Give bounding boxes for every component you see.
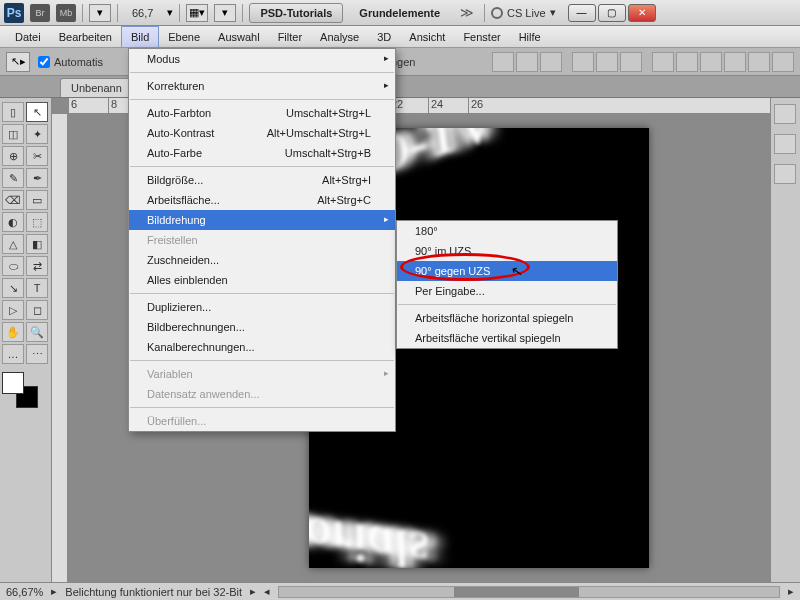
tool-16[interactable]: ↘	[2, 278, 24, 298]
workspace-more-icon[interactable]: ≫	[456, 5, 478, 20]
tool-9[interactable]: ▭	[26, 190, 48, 210]
extras-dropdown[interactable]: ▾	[214, 4, 236, 22]
menu-item-arbeitsfl-che-vertikal-spiegeln[interactable]: Arbeitsfläche vertikal spiegeln	[397, 328, 617, 348]
workspace-psd-tutorials[interactable]: PSD-Tutorials	[249, 3, 343, 23]
menu-item-label: Per Eingabe...	[415, 285, 485, 297]
tool-15[interactable]: ⇄	[26, 256, 48, 276]
tool-10[interactable]: ◐	[2, 212, 24, 232]
menu-filter[interactable]: Filter	[269, 26, 311, 47]
menu-item-label: Alles einblenden	[147, 274, 228, 286]
menu-item-modus[interactable]: Modus	[129, 49, 395, 69]
menu-3d[interactable]: 3D	[368, 26, 400, 47]
menu-item-label: 90° im UZS	[415, 245, 471, 257]
tool-1[interactable]: ↖	[26, 102, 48, 122]
tool-14[interactable]: ⬭	[2, 256, 24, 276]
align-center-v-icon[interactable]	[596, 52, 618, 72]
menu-item-zuschneiden-[interactable]: Zuschneiden...	[129, 250, 395, 270]
minimize-button[interactable]: —	[568, 4, 596, 22]
menu-item-korrekturen[interactable]: Korrekturen	[129, 76, 395, 96]
menu-item-90-gegen-uzs[interactable]: 90° gegen UZS	[397, 261, 617, 281]
workspace-grundelemente[interactable]: Grundelemente	[349, 4, 450, 22]
menu-item-auto-farbe[interactable]: Auto-FarbeUmschalt+Strg+B	[129, 143, 395, 163]
menu-bearbeiten[interactable]: Bearbeiten	[50, 26, 121, 47]
menu-ebene[interactable]: Ebene	[159, 26, 209, 47]
bridge-icon[interactable]: Br	[30, 4, 50, 22]
paths-panel-icon[interactable]	[774, 164, 796, 184]
current-tool-icon[interactable]: ↖▸	[6, 52, 30, 72]
tool-6[interactable]: ✎	[2, 168, 24, 188]
status-message: Belichtung funktioniert nur bei 32-Bit	[65, 586, 242, 598]
cs-live-button[interactable]: CS Live▾	[491, 6, 556, 19]
menu-item-duplizieren-[interactable]: Duplizieren...	[129, 297, 395, 317]
close-button[interactable]: ✕	[628, 4, 656, 22]
tool-23[interactable]: ⋯	[26, 344, 48, 364]
tool-8[interactable]: ⌫	[2, 190, 24, 210]
tool-12[interactable]: △	[2, 234, 24, 254]
tool-11[interactable]: ⬚	[26, 212, 48, 232]
menu-item-kanalberechnungen-[interactable]: Kanalberechnungen...	[129, 337, 395, 357]
horizontal-scrollbar[interactable]	[278, 586, 780, 598]
menu-item-auto-farbton[interactable]: Auto-FarbtonUmschalt+Strg+L	[129, 103, 395, 123]
document-tab[interactable]: Unbenann	[60, 78, 133, 97]
menu-item-90-im-uzs[interactable]: 90° im UZS	[397, 241, 617, 261]
channels-panel-icon[interactable]	[774, 134, 796, 154]
menu-item-bildberechnungen-[interactable]: Bildberechnungen...	[129, 317, 395, 337]
auto-checkbox[interactable]: Automatis	[38, 56, 103, 68]
tool-22[interactable]: …	[2, 344, 24, 364]
menu-item-label: Überfüllen...	[147, 415, 206, 427]
color-swatches[interactable]	[2, 372, 38, 408]
menu-item-arbeitsfl-che-horizontal-spiegeln[interactable]: Arbeitsfläche horizontal spiegeln	[397, 308, 617, 328]
align-bottom-icon[interactable]	[620, 52, 642, 72]
menu-analyse[interactable]: Analyse	[311, 26, 368, 47]
distribute-v-icon[interactable]	[676, 52, 698, 72]
maximize-button[interactable]: ▢	[598, 4, 626, 22]
tool-0[interactable]: ▯	[2, 102, 24, 122]
distribute-5-icon[interactable]	[748, 52, 770, 72]
status-zoom[interactable]: 66,67%	[6, 586, 43, 598]
minibridge-icon[interactable]: Mb	[56, 4, 76, 22]
menu-item-bilddrehung[interactable]: Bilddrehung	[129, 210, 395, 230]
menu-item-arbeitsfl-che-[interactable]: Arbeitsfläche...Alt+Strg+C	[129, 190, 395, 210]
menu-item-label: Auto-Farbe	[147, 147, 202, 159]
arrange-dropdown[interactable]: ▦▾	[186, 4, 208, 22]
canvas-text-bottom: torials	[309, 501, 434, 568]
menu-item-bildgr-e-[interactable]: Bildgröße...Alt+Strg+I	[129, 170, 395, 190]
distribute-4-icon[interactable]	[724, 52, 746, 72]
tool-4[interactable]: ⊕	[2, 146, 24, 166]
menu-bild[interactable]: Bild	[121, 26, 159, 47]
menu-item-label: Arbeitsfläche vertikal spiegeln	[415, 332, 561, 344]
distribute-spacing-icon[interactable]	[700, 52, 722, 72]
menu-item-label: Bilddrehung	[147, 214, 206, 226]
align-left-icon[interactable]	[492, 52, 514, 72]
tool-17[interactable]: T	[26, 278, 48, 298]
tool-21[interactable]: 🔍	[26, 322, 48, 342]
tool-3[interactable]: ✦	[26, 124, 48, 144]
layers-panel-icon[interactable]	[774, 104, 796, 124]
menu-item-180-[interactable]: 180°	[397, 221, 617, 241]
menu-item-auto-kontrast[interactable]: Auto-KontrastAlt+Umschalt+Strg+L	[129, 123, 395, 143]
menu-item-label: 180°	[415, 225, 438, 237]
menu-item-label: Modus	[147, 53, 180, 65]
menu-auswahl[interactable]: Auswahl	[209, 26, 269, 47]
menu-hilfe[interactable]: Hilfe	[510, 26, 550, 47]
screen-mode-dropdown[interactable]: ▾	[89, 4, 111, 22]
tool-2[interactable]: ◫	[2, 124, 24, 144]
menu-ansicht[interactable]: Ansicht	[400, 26, 454, 47]
distribute-h-icon[interactable]	[652, 52, 674, 72]
tool-18[interactable]: ▷	[2, 300, 24, 320]
align-top-icon[interactable]	[572, 52, 594, 72]
foreground-color-swatch[interactable]	[2, 372, 24, 394]
align-center-h-icon[interactable]	[516, 52, 538, 72]
menu-fenster[interactable]: Fenster	[454, 26, 509, 47]
menu-item-alles-einblenden[interactable]: Alles einblenden	[129, 270, 395, 290]
menu-item-per-eingabe-[interactable]: Per Eingabe...	[397, 281, 617, 301]
tool-19[interactable]: ◻	[26, 300, 48, 320]
tool-5[interactable]: ✂	[26, 146, 48, 166]
distribute-6-icon[interactable]	[772, 52, 794, 72]
tool-20[interactable]: ✋	[2, 322, 24, 342]
align-right-icon[interactable]	[540, 52, 562, 72]
zoom-display[interactable]: 66,7	[124, 7, 161, 19]
tool-13[interactable]: ◧	[26, 234, 48, 254]
menu-datei[interactable]: Datei	[6, 26, 50, 47]
tool-7[interactable]: ✒	[26, 168, 48, 188]
